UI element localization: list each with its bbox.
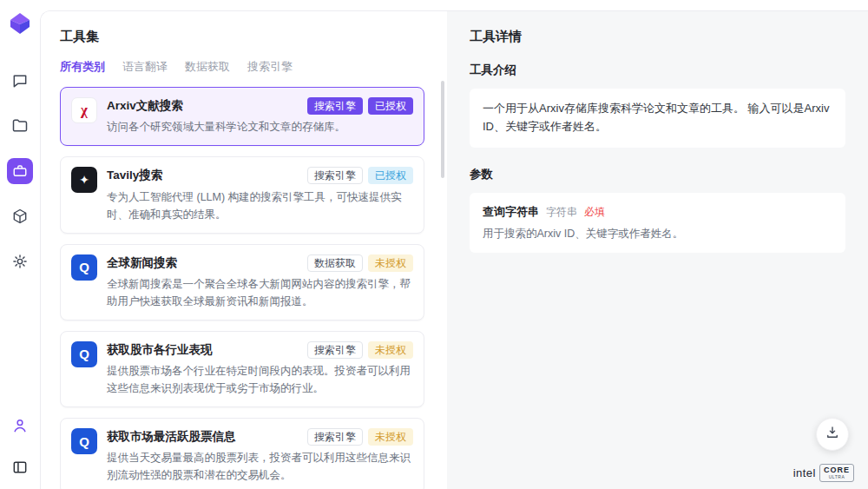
tool-body: 获取股市各行业表现 搜索引擎 未授权 提供股票市场各个行业在特定时间段内的表现。… — [107, 341, 413, 397]
arxiv-logo-icon: χ — [71, 97, 97, 123]
tool-detail-panel: 工具详情 工具介绍 一个用于从Arxiv存储库搜索科学论文和文章的工具。 输入可… — [447, 11, 868, 489]
tool-intro-text: 一个用于从Arxiv存储库搜索科学论文和文章的工具。 输入可以是Arxiv ID… — [470, 89, 845, 148]
category-tab[interactable]: 语言翻译 — [122, 59, 168, 75]
user-icon[interactable] — [7, 413, 33, 439]
app-root: 工具集 所有类别语言翻译数据获取搜索引擎 χ Arxiv文献搜索 搜索引擎 已授… — [0, 0, 868, 489]
param-list: 查询字符串 字符串 必填 用于搜索的Arxiv ID、关键字或作者姓名。 — [470, 193, 845, 254]
tool-auth-badge: 已授权 — [368, 97, 413, 115]
rail-bottom — [7, 413, 33, 480]
app-logo[interactable] — [10, 12, 30, 38]
tool-badges: 搜索引擎 未授权 — [300, 341, 413, 359]
param-type: 字符串 — [546, 205, 577, 220]
tool-card[interactable]: χ Arxiv文献搜索 搜索引擎 已授权 访问各个研究领域大量科学论文和文章的存… — [60, 87, 424, 146]
settings-icon[interactable] — [7, 248, 33, 274]
tool-list: χ Arxiv文献搜索 搜索引擎 已授权 访问各个研究领域大量科学论文和文章的存… — [60, 87, 424, 489]
category-tab[interactable]: 数据获取 — [185, 59, 230, 75]
tool-description: 提供股票市场各个行业在特定时间段内的表现。投资者可以利用这些信息来识别表现优于或… — [107, 362, 413, 397]
tool-body: Tavily搜索 搜索引擎 已授权 专为人工智能代理 (LLM) 构建的搜索引擎… — [107, 167, 413, 222]
tool-auth-badge: 未授权 — [368, 341, 413, 359]
tavily-logo-icon: ✦ — [71, 167, 97, 193]
tool-badges: 搜索引擎 未授权 — [300, 428, 413, 446]
left-rail — [0, 0, 40, 489]
category-tabs: 所有类别语言翻译数据获取搜索引擎 — [60, 59, 424, 75]
tool-category-badge: 搜索引擎 — [307, 341, 363, 359]
intro-section-title: 工具介绍 — [470, 63, 845, 78]
download-button[interactable] — [816, 418, 849, 451]
tool-description: 专为人工智能代理 (LLM) 构建的搜索引擎工具，可快速提供实时、准确和真实的结… — [107, 188, 413, 223]
category-tab[interactable]: 所有类别 — [60, 59, 105, 75]
tool-card[interactable]: Q 获取市场最活跃股票信息 搜索引擎 未授权 提供当天交易量最高的股票列表，投资… — [60, 418, 424, 489]
tool-card[interactable]: ✦ Tavily搜索 搜索引擎 已授权 专为人工智能代理 (LLM) 构建的搜索… — [60, 156, 424, 233]
stock-api-logo-icon: Q — [71, 341, 97, 367]
tool-description: 全球新闻搜索是一个聚合全球各大新闻网站内容的搜索引擎，帮助用户快速获取全球最新资… — [107, 275, 413, 310]
param-card: 查询字符串 字符串 必填 用于搜索的Arxiv ID、关键字或作者姓名。 — [470, 193, 845, 254]
tool-body: 获取市场最活跃股票信息 搜索引擎 未授权 提供当天交易量最高的股票列表，投资者可… — [107, 428, 413, 484]
tool-description: 提供当天交易量最高的股票列表，投资者可以利用这些信息来识别流动性强的股票和潜在的… — [107, 449, 413, 484]
tool-auth-badge: 已授权 — [368, 167, 413, 184]
param-required-flag: 必填 — [584, 205, 605, 220]
tool-name: Arxiv文献搜索 — [107, 97, 183, 115]
tool-category-badge: 数据获取 — [307, 254, 363, 272]
tool-body: 全球新闻搜索 数据获取 未授权 全球新闻搜索是一个聚合全球各大新闻网站内容的搜索… — [107, 254, 413, 310]
download-icon — [825, 425, 840, 444]
tool-badges: 搜索引擎 已授权 — [300, 167, 413, 184]
tool-name: 全球新闻搜索 — [107, 254, 177, 272]
page-title: 工具集 — [60, 29, 424, 45]
tool-name: 获取股市各行业表现 — [107, 341, 213, 359]
category-tab[interactable]: 搜索引擎 — [247, 59, 293, 75]
tool-category-badge: 搜索引擎 — [307, 167, 363, 184]
params-section-title: 参数 — [470, 167, 845, 182]
chat-icon[interactable] — [7, 68, 33, 94]
tool-category-badge: 搜索引擎 — [307, 97, 363, 115]
tool-auth-badge: 未授权 — [368, 254, 413, 272]
news-api-logo-icon: Q — [71, 254, 97, 281]
folder-icon[interactable] — [7, 113, 33, 139]
tool-body: Arxiv文献搜索 搜索引擎 已授权 访问各个研究领域大量科学论文和文章的存储库… — [107, 97, 413, 135]
tool-name: Tavily搜索 — [107, 167, 162, 184]
tool-category-badge: 搜索引擎 — [307, 428, 363, 446]
package-icon[interactable] — [7, 203, 33, 229]
content-area: 工具集 所有类别语言翻译数据获取搜索引擎 χ Arxiv文献搜索 搜索引擎 已授… — [40, 10, 868, 489]
intel-core-logo: intel CORE ULTRA — [793, 464, 854, 482]
tool-name: 获取市场最活跃股票信息 — [107, 428, 236, 446]
scrollbar-thumb[interactable] — [441, 81, 444, 178]
tool-auth-badge: 未授权 — [368, 428, 413, 446]
panel-toggle-icon[interactable] — [7, 454, 33, 480]
detail-title: 工具详情 — [470, 29, 845, 45]
tool-badges: 数据获取 未授权 — [300, 254, 413, 272]
toolbox-icon[interactable] — [7, 158, 33, 184]
tool-card[interactable]: Q 获取股市各行业表现 搜索引擎 未授权 提供股票市场各个行业在特定时间段内的表… — [60, 331, 424, 407]
core-badge: CORE ULTRA — [819, 464, 854, 482]
stock-api-logo-icon: Q — [71, 428, 97, 454]
rail-nav — [7, 68, 33, 274]
param-name: 查询字符串 — [483, 204, 539, 220]
tool-card[interactable]: Q 全球新闻搜索 数据获取 未授权 全球新闻搜索是一个聚合全球各大新闻网站内容的… — [60, 244, 424, 320]
tool-badges: 搜索引擎 已授权 — [300, 97, 413, 115]
tool-description: 访问各个研究领域大量科学论文和文章的存储库。 — [107, 118, 413, 135]
param-description: 用于搜索的Arxiv ID、关键字或作者姓名。 — [483, 226, 832, 242]
tool-list-panel: 工具集 所有类别语言翻译数据获取搜索引擎 χ Arxiv文献搜索 搜索引擎 已授… — [41, 11, 447, 489]
intel-brand-text: intel — [793, 466, 816, 479]
